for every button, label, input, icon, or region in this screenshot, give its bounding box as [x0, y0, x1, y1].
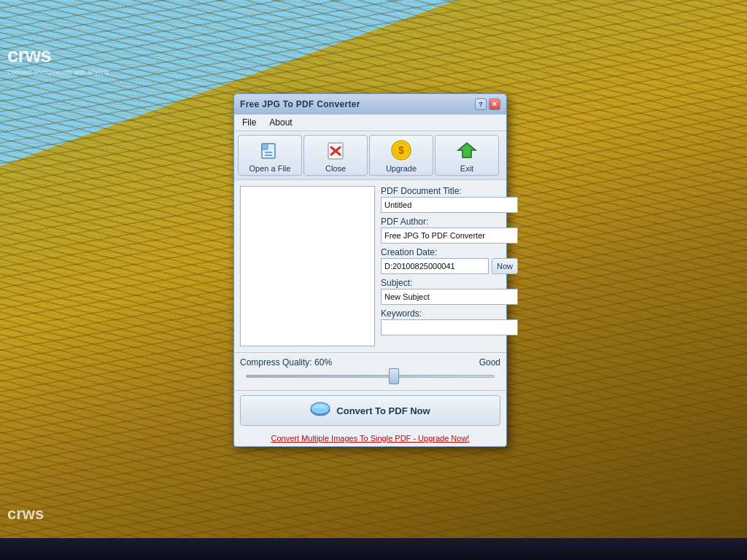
- brand-subtitle: Connect anonymously with anyone: [7, 69, 109, 76]
- svg-rect-1: [262, 144, 268, 149]
- quality-section: Compress Quality: 60% Good: [234, 352, 506, 390]
- author-field-group: PDF Author:: [381, 217, 518, 244]
- title-field-group: PDF Document Title:: [381, 186, 518, 213]
- menu-bar: File About: [234, 114, 506, 131]
- close-button[interactable]: Close: [303, 135, 368, 176]
- titlebar-buttons: ? ✕: [475, 98, 500, 110]
- svg-text:$: $: [398, 144, 404, 156]
- exit-label: Exit: [460, 164, 473, 173]
- date-row: Now: [381, 258, 518, 274]
- form-panel: PDF Document Title: PDF Author: Creation…: [381, 186, 518, 346]
- help-button[interactable]: ?: [475, 98, 487, 110]
- upgrade-label: Upgrade: [386, 164, 417, 173]
- convert-label: Convert To PDF Now: [336, 405, 430, 416]
- keywords-field-group: Keywords:: [381, 308, 518, 335]
- subject-field-group: Subject:: [381, 278, 518, 305]
- quality-slider[interactable]: [246, 370, 495, 382]
- menu-file[interactable]: File: [240, 117, 258, 128]
- open-file-button[interactable]: Open a File: [238, 135, 302, 176]
- close-icon: [324, 139, 347, 162]
- quality-good-label: Good: [479, 357, 500, 368]
- open-file-label: Open a File: [249, 164, 291, 173]
- slider-container: [240, 370, 500, 384]
- keywords-label: Keywords:: [381, 308, 518, 319]
- date-field-group: Creation Date: Now: [381, 247, 518, 274]
- svg-marker-10: [458, 143, 476, 158]
- title-label: PDF Document Title:: [381, 186, 518, 196]
- dialog-titlebar: Free JPG To PDF Converter ? ✕: [234, 94, 506, 114]
- keywords-input[interactable]: [381, 319, 518, 335]
- exit-button[interactable]: Exit: [435, 135, 499, 176]
- open-file-icon: [258, 139, 282, 162]
- convert-icon: [310, 400, 330, 422]
- dialog-title: Free JPG To PDF Converter: [240, 99, 360, 109]
- title-input[interactable]: [381, 197, 518, 213]
- dialog-window: Free JPG To PDF Converter ? ✕ File About…: [233, 93, 507, 447]
- upgrade-button[interactable]: $ Upgrade: [369, 135, 433, 176]
- brand-text: crws: [7, 44, 51, 67]
- quality-label: Compress Quality: 60%: [240, 357, 332, 368]
- exit-icon: [455, 139, 479, 162]
- subject-input[interactable]: [381, 289, 518, 305]
- brand-text-bottom: crws: [7, 505, 44, 524]
- subject-label: Subject:: [381, 278, 518, 288]
- menu-about[interactable]: About: [267, 117, 294, 128]
- convert-button[interactable]: Convert To PDF Now: [240, 395, 500, 426]
- main-content: PDF Document Title: PDF Author: Creation…: [234, 180, 506, 352]
- now-button[interactable]: Now: [492, 258, 518, 274]
- image-preview-panel: [240, 186, 375, 346]
- close-window-button[interactable]: ✕: [489, 98, 500, 110]
- taskbar: [0, 538, 747, 560]
- author-label: PDF Author:: [381, 217, 518, 227]
- toolbar: Open a File Close $ Upgrade: [234, 131, 506, 180]
- quality-row: Compress Quality: 60% Good: [240, 357, 500, 368]
- convert-section: Convert To PDF Now: [234, 390, 506, 430]
- upgrade-link[interactable]: Convert Multiple Images To Single PDF - …: [234, 430, 506, 446]
- date-label: Creation Date:: [381, 247, 518, 257]
- author-input[interactable]: [381, 228, 518, 244]
- date-input[interactable]: [381, 258, 489, 274]
- close-label: Close: [325, 164, 346, 173]
- upgrade-icon: $: [390, 139, 413, 162]
